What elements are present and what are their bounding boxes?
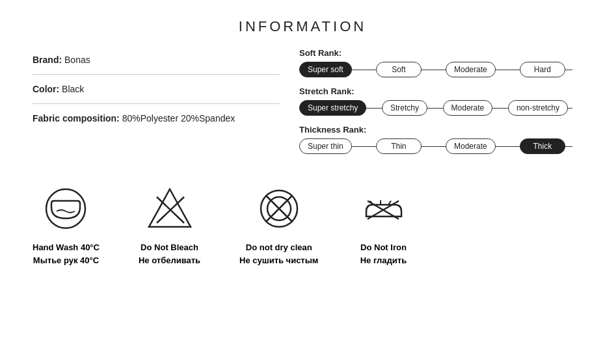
- soft-rank-section: Soft Rank: Super soft Soft Moderate Hard: [299, 48, 572, 77]
- brand-row: Brand: Bonas: [33, 55, 280, 65]
- thickness-pill-3: Thick: [520, 138, 565, 154]
- care-icon-dryclean: Do not dry clean Не сушить чистым: [239, 183, 318, 266]
- soft-rank-bar: Super soft Soft Moderate Hard: [299, 62, 572, 77]
- color-label: Color:: [33, 84, 59, 94]
- stretch-pill-3: non-stretchy: [508, 100, 568, 116]
- iron-caption: Do Not Iron Не гладить: [360, 241, 407, 266]
- stretch-rank-bar: Super stretchy Stretchy Moderate non-str…: [299, 100, 572, 116]
- care-icon-iron: Do Not Iron Не гладить: [357, 183, 409, 266]
- soft-pill-3: Hard: [520, 62, 565, 77]
- fabric-value: 80%Polyester 20%Spandex: [122, 113, 235, 124]
- thickness-rank-bar: Super thin Thin Moderate Thick: [299, 138, 572, 154]
- care-icon-handwash: Hand Wash 40°C Мытье рук 40°С: [33, 183, 100, 266]
- thickness-rank-label: Thickness Rank:: [299, 125, 572, 135]
- thickness-pill-2: Moderate: [446, 138, 496, 154]
- fabric-label: Fabric composition:: [33, 113, 120, 124]
- brand-value: Bonas: [64, 55, 90, 65]
- soft-pill-2: Moderate: [446, 62, 496, 77]
- soft-pill-0: Super soft: [299, 62, 352, 77]
- care-icon-bleach: Do Not Bleach Не отбеливать: [139, 183, 200, 266]
- stretch-pill-0: Super stretchy: [299, 100, 366, 116]
- thickness-pill-1: Thin: [376, 138, 422, 154]
- handwash-icon: [40, 183, 92, 235]
- fabric-row: Fabric composition: 80%Polyester 20%Span…: [33, 113, 280, 124]
- brand-label: Brand:: [33, 55, 62, 65]
- dryclean-caption: Do not dry clean Не сушить чистым: [239, 241, 318, 266]
- stretch-pill-2: Moderate: [443, 100, 493, 116]
- bleach-caption: Do Not Bleach Не отбеливать: [139, 241, 200, 266]
- soft-pill-1: Soft: [376, 62, 422, 77]
- thickness-rank-section: Thickness Rank: Super thin Thin Moderate…: [299, 125, 572, 154]
- soft-rank-label: Soft Rank:: [299, 48, 572, 58]
- iron-icon: [357, 183, 409, 235]
- stretch-rank-section: Stretch Rank: Super stretchy Stretchy Mo…: [299, 86, 572, 116]
- page-title: INFORMATION: [0, 0, 605, 48]
- bleach-icon: [144, 183, 196, 235]
- icons-section: Hand Wash 40°C Мытье рук 40°С Do Not Ble…: [0, 163, 605, 266]
- stretch-pill-1: Stretchy: [382, 100, 427, 116]
- dryclean-icon: [253, 183, 305, 235]
- thickness-pill-0: Super thin: [299, 138, 352, 154]
- right-panel: Soft Rank: Super soft Soft Moderate Hard…: [299, 48, 572, 163]
- left-panel: Brand: Bonas Color: Black Fabric composi…: [33, 48, 280, 163]
- svg-marker-1: [149, 189, 191, 227]
- color-value: Black: [62, 84, 84, 94]
- handwash-caption: Hand Wash 40°C Мытье рук 40°С: [33, 241, 100, 266]
- color-row: Color: Black: [33, 84, 280, 94]
- stretch-rank-label: Stretch Rank:: [299, 86, 572, 96]
